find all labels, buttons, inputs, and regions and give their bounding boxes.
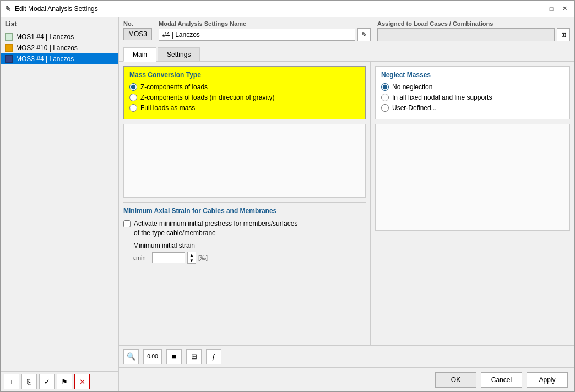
mass-conversion-group: Mass Conversion Type Z-components of loa…: [123, 66, 366, 119]
left-pane-bottom-empty: [123, 268, 366, 341]
grid-tool-button[interactable]: ⊞: [186, 349, 202, 364]
tab-settings[interactable]: Settings: [158, 47, 200, 61]
title-bar-left: ✎ Edit Modal Analysis Settings: [5, 4, 98, 13]
activate-checkbox-row: Activate minimum initial prestress for m…: [123, 219, 366, 238]
radio-option-3: Full loads as mass: [129, 104, 360, 112]
min-axial-title: Minimum Axial Strain for Cables and Memb…: [123, 207, 366, 215]
e-min-label: εmin: [133, 254, 150, 261]
assign-button[interactable]: ⊞: [557, 28, 570, 41]
assign-section: Assigned to Load Cases / Combinations ⊞: [377, 20, 570, 41]
sidebar-header: List: [1, 17, 118, 31]
assign-label: Assigned to Load Cases / Combinations: [377, 20, 570, 27]
copy-item-button[interactable]: ⎘: [21, 374, 37, 389]
sidebar-item-mos2[interactable]: MOS2 #10 | Lanczos: [1, 42, 118, 53]
sidebar-tools: + ⎘ ✓ ⚑ ✕: [1, 371, 118, 391]
neglect-radio-3: User-Defined...: [381, 104, 564, 112]
radio-user-defined-label[interactable]: User-Defined...: [392, 104, 437, 112]
mos3-color: [5, 55, 13, 63]
add-item-button[interactable]: +: [4, 374, 19, 389]
close-button[interactable]: ✕: [559, 3, 570, 14]
sidebar-item-mos1-text: MOS1 #4 | Lanczos: [16, 33, 74, 41]
flag-item-button[interactable]: ⚑: [57, 374, 72, 389]
tab-main[interactable]: Main: [123, 47, 156, 62]
sidebar-item-mos3[interactable]: MOS3 #4 | Lanczos: [1, 53, 118, 64]
no-label: No.: [123, 20, 152, 27]
activate-checkbox-label: Activate minimum initial prestress for m…: [134, 219, 297, 238]
right-empty-area: [375, 124, 570, 231]
minimize-button[interactable]: ─: [533, 3, 544, 14]
e-min-input[interactable]: [152, 252, 185, 263]
tab-content: Mass Conversion Type Z-components of loa…: [119, 62, 574, 345]
bottom-toolbar: 🔍 0.00 ■ ⊞ ƒ: [119, 345, 574, 367]
search-tool-button[interactable]: 🔍: [123, 349, 139, 364]
e-min-increment[interactable]: ▲: [188, 252, 196, 258]
neglect-radio-2: In all fixed nodal and line supports: [381, 94, 564, 101]
left-pane: Mass Conversion Type Z-components of loa…: [119, 62, 371, 345]
right-panel: No. MOS3 Modal Analysis Settings Name ✎ …: [119, 17, 574, 391]
name-input-row: ✎: [159, 28, 371, 41]
cancel-button[interactable]: Cancel: [481, 372, 522, 388]
ok-button[interactable]: OK: [435, 372, 476, 388]
strain-unit: [‰]: [198, 254, 208, 261]
sidebar-item-mos3-text: MOS3 #4 | Lanczos: [16, 55, 74, 63]
edit-name-button[interactable]: ✎: [357, 28, 371, 41]
radio-full-loads-label[interactable]: Full loads as mass: [140, 104, 195, 112]
neglect-radio-1: No neglection: [381, 83, 564, 91]
right-pane-bottom-empty: [375, 235, 570, 341]
min-strain-row: εmin ▲ ▼ [‰]: [133, 252, 366, 264]
main-content: List MOS1 #4 | Lanczos MOS2 #10 | Lanczo…: [1, 17, 574, 391]
radio-fixed-supports-label[interactable]: In all fixed nodal and line supports: [392, 94, 492, 101]
value-tool-button[interactable]: 0.00: [143, 349, 162, 364]
radio-no-neglection-label[interactable]: No neglection: [392, 83, 432, 91]
window-icon: ✎: [5, 4, 12, 13]
activate-checkbox[interactable]: [123, 220, 131, 227]
mass-conversion-title: Mass Conversion Type: [129, 71, 360, 79]
mos1-color: [5, 33, 13, 41]
assign-input: [377, 28, 555, 41]
window-title: Edit Modal Analysis Settings: [15, 5, 98, 13]
mos2-color: [5, 44, 13, 52]
name-input[interactable]: [159, 29, 355, 41]
radio-option-1: Z-components of loads: [129, 83, 360, 91]
radio-no-neglection[interactable]: [381, 83, 389, 91]
e-min-spinner: ▲ ▼: [187, 252, 196, 264]
sidebar-list: MOS1 #4 | Lanczos MOS2 #10 | Lanczos MOS…: [1, 31, 118, 371]
name-section: Modal Analysis Settings Name ✎: [159, 20, 371, 41]
action-buttons: OK Cancel Apply: [119, 367, 574, 391]
assign-input-row: ⊞: [377, 28, 570, 41]
radio-fixed-supports[interactable]: [381, 94, 389, 101]
sidebar: List MOS1 #4 | Lanczos MOS2 #10 | Lanczo…: [1, 17, 119, 391]
radio-z-components-label[interactable]: Z-components of loads: [140, 83, 208, 91]
radio-option-2: Z-components of loads (in direction of g…: [129, 94, 360, 101]
window-controls: ─ □ ✕: [533, 3, 570, 14]
title-bar: ✎ Edit Modal Analysis Settings ─ □ ✕: [1, 1, 574, 17]
e-min-decrement[interactable]: ▼: [188, 258, 196, 263]
tab-bar: Main Settings: [119, 45, 574, 62]
radio-z-components[interactable]: [129, 83, 137, 91]
no-section: No. MOS3: [123, 20, 152, 41]
min-axial-section: Minimum Axial Strain for Cables and Memb…: [123, 202, 366, 264]
sidebar-item-mos1[interactable]: MOS1 #4 | Lanczos: [1, 31, 118, 42]
radio-user-defined[interactable]: [381, 104, 389, 112]
radio-z-gravity-label[interactable]: Z-components of loads (in direction of g…: [140, 94, 274, 101]
check-item-button[interactable]: ✓: [39, 374, 55, 389]
formula-tool-button[interactable]: ƒ: [206, 349, 221, 364]
top-bar: No. MOS3 Modal Analysis Settings Name ✎ …: [119, 17, 574, 45]
radio-full-loads[interactable]: [129, 104, 137, 112]
color-tool-button[interactable]: ■: [166, 349, 182, 364]
maximize-button[interactable]: □: [546, 3, 557, 14]
no-value: MOS3: [123, 28, 152, 40]
main-window: ✎ Edit Modal Analysis Settings ─ □ ✕ Lis…: [0, 0, 575, 392]
left-empty-area: [123, 124, 366, 198]
neglect-masses-group: Neglect Masses No neglection In all fixe…: [375, 66, 570, 119]
apply-button[interactable]: Apply: [527, 372, 568, 388]
neglect-masses-title: Neglect Masses: [381, 71, 564, 79]
name-label: Modal Analysis Settings Name: [159, 20, 371, 27]
right-pane: Neglect Masses No neglection In all fixe…: [371, 62, 574, 345]
min-strain-label: Minimum initial strain: [133, 242, 195, 249]
delete-item-button[interactable]: ✕: [74, 374, 90, 389]
sidebar-item-mos2-text: MOS2 #10 | Lanczos: [16, 44, 78, 52]
radio-z-gravity[interactable]: [129, 94, 137, 101]
